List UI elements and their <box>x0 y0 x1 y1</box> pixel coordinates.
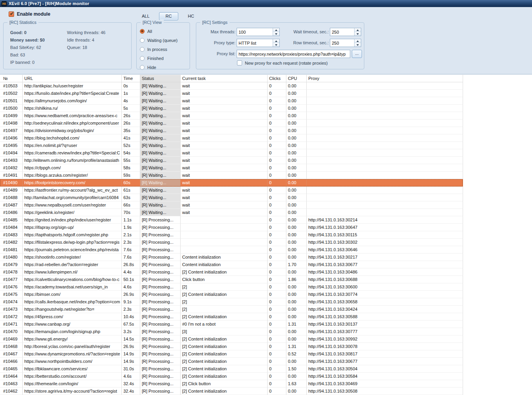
column-header-url[interactable]: URL <box>23 75 122 82</box>
table-row[interactable]: #10467https://www.dynamicpromotions.nl/?… <box>0 350 463 358</box>
table-row[interactable]: #10501https://allmynursejobs.com/login/4… <box>0 97 463 105</box>
view-option-hide[interactable]: Hide <box>137 63 190 72</box>
table-row[interactable]: #10490https://footprintstorecovery.com/6… <box>0 179 463 187</box>
radio-button[interactable] <box>140 29 145 34</box>
enable-module-checkbox[interactable]: ✔ <box>9 11 14 17</box>
table-row[interactable]: #10470https://temanujian.com/login/signu… <box>0 328 463 335</box>
spin-down-button[interactable] <box>355 43 361 47</box>
column-header-clicks[interactable]: Clicks <box>268 75 286 82</box>
table-row[interactable]: #10484https://ifapray.org/sign-up/1.9s[R… <box>0 224 463 231</box>
cell-proxy <box>307 120 463 127</box>
table-row[interactable]: #10465https://lbklawncare.com/services/3… <box>0 365 463 373</box>
rotate-proxies-checkbox[interactable] <box>237 60 242 65</box>
table-row[interactable]: #10479https://rad-rebellen.de/?action=re… <box>0 261 463 268</box>
spin-up-button[interactable] <box>355 28 361 32</box>
column-header-time[interactable]: Time <box>122 75 140 82</box>
cell-cpu: 0.00 <box>286 358 307 365</box>
cell-time: 61s <box>122 187 140 194</box>
cell-proxy: http://94.131.0.163:30214 <box>307 216 463 224</box>
view-option-all[interactable]: All <box>137 27 190 36</box>
table-row[interactable]: #10462https://store.agririva.it/my-accou… <box>0 388 463 395</box>
table-row[interactable]: #10499https://www.nedbarnett.com/practic… <box>0 112 463 120</box>
table-row[interactable]: #10475https://bimser.com/26.9s[R] Proces… <box>0 291 463 298</box>
cell-no: #10499 <box>0 112 23 120</box>
cell-no: #10474 <box>0 298 23 306</box>
cell-clicks: 0 <box>268 97 286 105</box>
table-row[interactable]: #10497https://divisionmidway.org/jobs/lo… <box>0 127 463 134</box>
view-option-waiting-queue-[interactable]: Waiting (queue) <box>137 36 190 45</box>
spin-down-button[interactable] <box>355 32 361 36</box>
table-row[interactable]: #10463https://themearile.com/login/32.4s… <box>0 380 463 388</box>
max-threads-input[interactable] <box>237 28 273 36</box>
table-row[interactable]: #10476https://academy.towardsai.net/user… <box>0 283 463 291</box>
table-row[interactable]: #10468http://boreal.yclas.com/oc-panel/a… <box>0 343 463 350</box>
table-row[interactable]: #10503http://antikpiac.hu/user/register0… <box>0 82 463 90</box>
table-row[interactable]: #10488http://tamilachat.org/community/pr… <box>0 194 463 201</box>
table-row[interactable]: #10486https://geeklink.io/register/70s[R… <box>0 209 463 216</box>
radio-button[interactable] <box>140 65 145 70</box>
cell-url: https://en.nolimit.pl/?q=user <box>23 142 122 149</box>
cell-status: [R] Processing... <box>140 268 181 276</box>
cell-task: [2] <box>181 298 268 306</box>
cell-url: https://calvetticulinarycreations.com/bl… <box>23 276 122 283</box>
radio-button[interactable] <box>140 56 145 61</box>
table-row[interactable]: #10492https://cfppgh.com/58s[R] Waiting.… <box>0 164 463 172</box>
table-row[interactable]: #10496https://blog.techshopbd.com/41s[R]… <box>0 134 463 142</box>
enable-module-row: ✔ Enable module <box>9 11 50 17</box>
table-row[interactable]: #10469https://www.gti.energy/14.5s[R] Pr… <box>0 335 463 343</box>
table-row[interactable]: #10473https://hangoutshelp.net/register?… <box>0 306 463 313</box>
table-row[interactable]: #10472https://45press.com/10.4s[R] Proce… <box>0 313 463 321</box>
column-header-no[interactable]: № <box>0 75 23 82</box>
radio-button[interactable] <box>140 38 145 43</box>
proxy-type-input[interactable] <box>237 39 273 47</box>
table-row[interactable]: #10481https://journals.peletron.science/… <box>0 246 463 254</box>
table-row[interactable]: #10471https://www.canbap.org/67.5s[R] Pr… <box>0 321 463 328</box>
table-row[interactable]: #10477https://calvetticulinarycreations.… <box>0 276 463 283</box>
column-header-task[interactable]: Current task <box>181 75 268 82</box>
cell-time: 3.2s <box>122 328 140 335</box>
table-row[interactable]: #10502https://funsilo.date/index.php?tit… <box>0 90 463 97</box>
column-header-status[interactable]: Status <box>140 75 181 82</box>
column-header-proxy[interactable]: Proxy <box>307 75 463 82</box>
browse-proxy-list-button[interactable]: ... <box>352 50 362 58</box>
cell-clicks: 0 <box>268 172 286 179</box>
table-row[interactable]: #10483https://tapthatsports.hdgolf.com/r… <box>0 231 463 239</box>
task-table: №URLTimeStatusCurrent taskClicksCPUProxy… <box>0 74 532 395</box>
table-row[interactable]: #10485https://ignited.in/index.php/index… <box>0 216 463 224</box>
table-row[interactable]: #10464https://betterstudio.com/account/4… <box>0 373 463 380</box>
row-timeout-input[interactable] <box>330 39 354 47</box>
cell-task: wait <box>181 90 268 97</box>
wait-timeout-input[interactable] <box>330 28 354 36</box>
spin-up-button[interactable] <box>355 39 361 43</box>
column-header-cpu[interactable]: CPU <box>286 75 307 82</box>
table-row[interactable]: #10495https://en.nolimit.pl/?q=user52s[R… <box>0 142 463 149</box>
table-row[interactable]: #10493http://elitewm.onlining.ru/forum/p… <box>0 157 463 164</box>
tab-rc[interactable]: RC <box>159 12 179 20</box>
table-row[interactable]: #10474https://calls.ikerbasque.net/index… <box>0 298 463 306</box>
table-row[interactable]: #10494https://cameradb.review/index.php?… <box>0 149 463 157</box>
table-row[interactable]: #10478https://www.lullenpimpen.nl/4.4s[R… <box>0 268 463 276</box>
stat-line: Queue: 18 <box>67 44 105 51</box>
cell-status: [R] Processing... <box>140 350 181 358</box>
table-row[interactable]: #10487https://www.nepalbuysell.com/user/… <box>0 201 463 209</box>
table-row[interactable]: #10489https://lastfrontier.ru/my-account… <box>0 187 463 194</box>
titlebar: XE XEvil 6.0 [Pre7] - [R/H]Module monito… <box>0 0 532 7</box>
proxy-list-input[interactable] <box>237 50 350 58</box>
cell-proxy <box>307 112 463 120</box>
radio-button[interactable] <box>140 47 145 52</box>
cell-no: #10495 <box>0 142 23 149</box>
table-row[interactable]: #10482https://filstalexpress.de/wp-login… <box>0 239 463 246</box>
cell-task: wait <box>181 164 268 172</box>
table-row[interactable]: #10500https://shilkina.ru/5s[R] Waiting.… <box>0 105 463 112</box>
table-row[interactable]: #10491https://blogs.arzuka.com/register/… <box>0 172 463 179</box>
cell-proxy: http://94.131.0.163:30424 <box>307 306 463 313</box>
table-row[interactable]: #10498http://sedneyculinair.nl/index.php… <box>0 120 463 127</box>
tab-all[interactable]: ALL <box>136 14 155 18</box>
cell-url: https://bimser.com/ <box>23 291 122 298</box>
view-option-in-process[interactable]: In process <box>137 45 190 54</box>
table-row[interactable]: #10480https://shootinfo.com/register/7.6… <box>0 254 463 261</box>
tab-hc[interactable]: HC <box>182 14 199 18</box>
cell-no: #10496 <box>0 134 23 142</box>
view-option-finished[interactable]: Finished <box>137 54 190 63</box>
table-row[interactable]: #10466https://www.northpointbuilders.com… <box>0 358 463 365</box>
